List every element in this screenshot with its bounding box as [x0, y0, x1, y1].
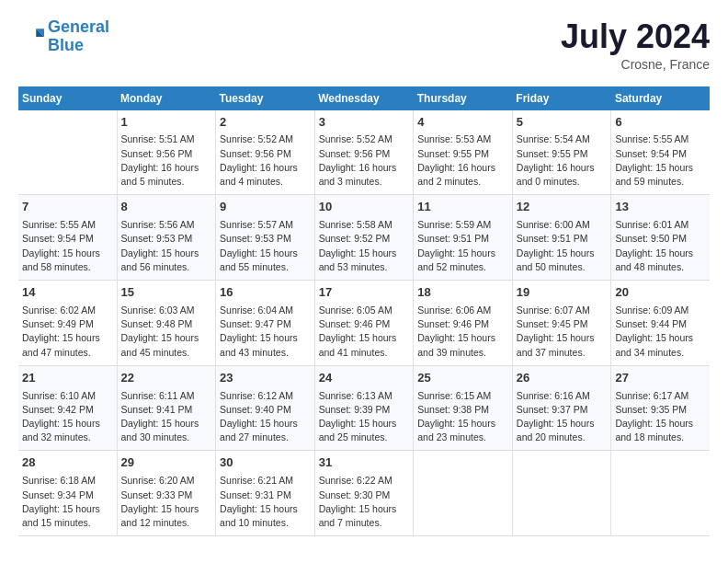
day-number: 15 — [121, 284, 212, 302]
calendar-cell: 26Sunrise: 6:16 AMSunset: 9:37 PMDayligh… — [512, 365, 611, 451]
cell-info: Sunrise: 5:54 AMSunset: 9:55 PMDaylight:… — [517, 132, 608, 189]
logo-line2: Blue — [48, 36, 84, 54]
logo: General Blue — [18, 18, 109, 55]
day-number: 24 — [319, 370, 410, 387]
cell-info: Sunrise: 6:22 AMSunset: 9:30 PMDaylight:… — [319, 474, 410, 530]
cell-info: Sunrise: 6:03 AMSunset: 9:48 PMDaylight:… — [121, 304, 212, 360]
calendar-cell: 2Sunrise: 5:52 AMSunset: 9:56 PMDaylight… — [216, 110, 315, 195]
calendar-cell: 14Sunrise: 6:02 AMSunset: 9:49 PMDayligh… — [18, 281, 117, 366]
day-number: 31 — [319, 454, 410, 472]
calendar-cell: 22Sunrise: 6:11 AMSunset: 9:41 PMDayligh… — [117, 365, 216, 451]
cell-info: Sunrise: 6:06 AMSunset: 9:46 PMDaylight:… — [417, 304, 508, 360]
calendar-cell — [611, 451, 710, 536]
cell-info: Sunrise: 6:04 AMSunset: 9:47 PMDaylight:… — [220, 304, 311, 360]
cell-info: Sunrise: 6:18 AMSunset: 9:34 PMDaylight:… — [22, 474, 113, 530]
day-number: 28 — [22, 454, 113, 472]
calendar-cell: 12Sunrise: 6:00 AMSunset: 9:51 PMDayligh… — [512, 195, 611, 281]
day-number: 13 — [615, 199, 706, 216]
calendar-cell: 30Sunrise: 6:21 AMSunset: 9:31 PMDayligh… — [216, 451, 315, 536]
day-number: 11 — [417, 199, 508, 216]
day-number: 9 — [220, 199, 311, 216]
day-number: 2 — [220, 114, 311, 132]
cell-info: Sunrise: 6:07 AMSunset: 9:45 PMDaylight:… — [517, 304, 608, 360]
day-number: 16 — [220, 284, 311, 302]
day-number: 27 — [615, 370, 706, 387]
month-year: July 2024 — [561, 18, 710, 55]
logo-text: General Blue — [48, 18, 109, 55]
cell-info: Sunrise: 6:02 AMSunset: 9:49 PMDaylight:… — [22, 304, 113, 360]
day-number: 3 — [319, 114, 410, 132]
page-header: General Blue July 2024 Crosne, France — [18, 18, 710, 72]
calendar-cell: 17Sunrise: 6:05 AMSunset: 9:46 PMDayligh… — [314, 281, 414, 366]
day-header-monday: Monday — [117, 86, 216, 110]
cell-info: Sunrise: 6:01 AMSunset: 9:50 PMDaylight:… — [615, 218, 706, 274]
calendar-cell: 18Sunrise: 6:06 AMSunset: 9:46 PMDayligh… — [414, 281, 513, 366]
day-number: 1 — [121, 114, 212, 132]
day-number: 26 — [517, 370, 608, 387]
day-number: 17 — [319, 284, 410, 302]
day-number: 7 — [22, 199, 113, 216]
cell-info: Sunrise: 5:57 AMSunset: 9:53 PMDaylight:… — [220, 218, 311, 274]
cell-info: Sunrise: 6:20 AMSunset: 9:33 PMDaylight:… — [121, 474, 212, 530]
day-number: 30 — [220, 454, 311, 472]
cell-info: Sunrise: 6:11 AMSunset: 9:41 PMDaylight:… — [121, 389, 212, 445]
day-number: 5 — [517, 114, 608, 132]
cell-info: Sunrise: 6:21 AMSunset: 9:31 PMDaylight:… — [220, 474, 311, 530]
calendar-cell: 5Sunrise: 5:54 AMSunset: 9:55 PMDaylight… — [512, 110, 611, 195]
cell-info: Sunrise: 5:52 AMSunset: 9:56 PMDaylight:… — [220, 132, 311, 189]
cell-info: Sunrise: 5:56 AMSunset: 9:53 PMDaylight:… — [121, 218, 212, 274]
calendar-cell: 10Sunrise: 5:58 AMSunset: 9:52 PMDayligh… — [314, 195, 414, 281]
cell-info: Sunrise: 6:15 AMSunset: 9:38 PMDaylight:… — [417, 389, 508, 445]
location: Crosne, France — [561, 57, 710, 72]
calendar-cell — [414, 451, 513, 536]
cell-info: Sunrise: 5:55 AMSunset: 9:54 PMDaylight:… — [22, 218, 113, 274]
calendar-cell: 7Sunrise: 5:55 AMSunset: 9:54 PMDaylight… — [18, 195, 117, 281]
calendar-table: SundayMondayTuesdayWednesdayThursdayFrid… — [18, 86, 710, 537]
day-header-sunday: Sunday — [18, 86, 117, 110]
day-header-saturday: Saturday — [611, 86, 710, 110]
cell-info: Sunrise: 5:59 AMSunset: 9:51 PMDaylight:… — [417, 218, 508, 274]
day-number: 4 — [417, 114, 508, 132]
calendar-cell: 9Sunrise: 5:57 AMSunset: 9:53 PMDaylight… — [216, 195, 315, 281]
day-number: 25 — [417, 370, 508, 387]
day-number: 8 — [121, 199, 212, 216]
calendar-cell: 15Sunrise: 6:03 AMSunset: 9:48 PMDayligh… — [117, 281, 216, 366]
cell-info: Sunrise: 5:58 AMSunset: 9:52 PMDaylight:… — [319, 218, 410, 274]
day-header-thursday: Thursday — [414, 86, 513, 110]
day-number: 20 — [615, 284, 706, 302]
calendar-cell: 31Sunrise: 6:22 AMSunset: 9:30 PMDayligh… — [314, 451, 414, 536]
cell-info: Sunrise: 6:09 AMSunset: 9:44 PMDaylight:… — [615, 304, 706, 360]
day-header-friday: Friday — [512, 86, 611, 110]
day-number: 21 — [22, 370, 113, 387]
cell-info: Sunrise: 5:53 AMSunset: 9:55 PMDaylight:… — [417, 132, 508, 189]
calendar-cell: 27Sunrise: 6:17 AMSunset: 9:35 PMDayligh… — [611, 365, 710, 451]
logo-icon — [18, 24, 44, 50]
day-number: 18 — [417, 284, 508, 302]
cell-info: Sunrise: 5:51 AMSunset: 9:56 PMDaylight:… — [121, 132, 212, 189]
calendar-cell: 20Sunrise: 6:09 AMSunset: 9:44 PMDayligh… — [611, 281, 710, 366]
title-block: July 2024 Crosne, France — [561, 18, 710, 72]
calendar-cell: 3Sunrise: 5:52 AMSunset: 9:56 PMDaylight… — [314, 110, 414, 195]
cell-info: Sunrise: 6:05 AMSunset: 9:46 PMDaylight:… — [319, 304, 410, 360]
calendar-cell: 11Sunrise: 5:59 AMSunset: 9:51 PMDayligh… — [414, 195, 513, 281]
cell-info: Sunrise: 6:16 AMSunset: 9:37 PMDaylight:… — [517, 389, 608, 445]
calendar-cell: 24Sunrise: 6:13 AMSunset: 9:39 PMDayligh… — [314, 365, 414, 451]
calendar-cell: 29Sunrise: 6:20 AMSunset: 9:33 PMDayligh… — [117, 451, 216, 536]
calendar-cell — [18, 110, 117, 195]
calendar-cell: 21Sunrise: 6:10 AMSunset: 9:42 PMDayligh… — [18, 365, 117, 451]
calendar-cell: 28Sunrise: 6:18 AMSunset: 9:34 PMDayligh… — [18, 451, 117, 536]
calendar-cell: 1Sunrise: 5:51 AMSunset: 9:56 PMDaylight… — [117, 110, 216, 195]
day-header-wednesday: Wednesday — [314, 86, 414, 110]
calendar-cell: 23Sunrise: 6:12 AMSunset: 9:40 PMDayligh… — [216, 365, 315, 451]
day-number: 29 — [121, 454, 212, 472]
day-number: 22 — [121, 370, 212, 387]
day-number: 6 — [615, 114, 706, 132]
cell-info: Sunrise: 6:12 AMSunset: 9:40 PMDaylight:… — [220, 389, 311, 445]
cell-info: Sunrise: 6:10 AMSunset: 9:42 PMDaylight:… — [22, 389, 113, 445]
calendar-cell: 13Sunrise: 6:01 AMSunset: 9:50 PMDayligh… — [611, 195, 710, 281]
day-number: 14 — [22, 284, 113, 302]
cell-info: Sunrise: 6:00 AMSunset: 9:51 PMDaylight:… — [517, 218, 608, 274]
calendar-cell: 25Sunrise: 6:15 AMSunset: 9:38 PMDayligh… — [414, 365, 513, 451]
day-number: 12 — [517, 199, 608, 216]
day-header-tuesday: Tuesday — [216, 86, 315, 110]
